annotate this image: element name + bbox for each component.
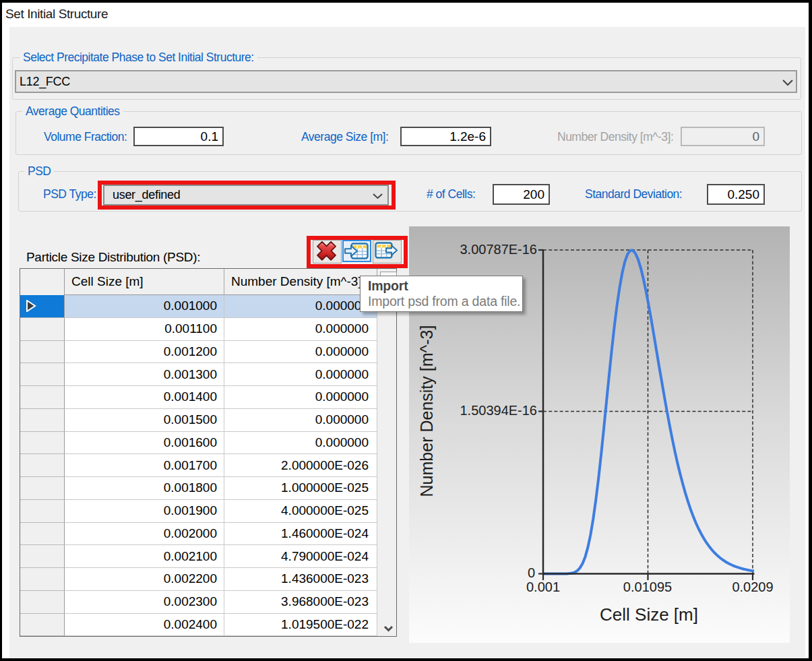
svg-text:0.0209: 0.0209 xyxy=(732,579,773,594)
svg-text:0.01095: 0.01095 xyxy=(623,579,672,594)
svg-text:3.00787E-16: 3.00787E-16 xyxy=(460,242,537,257)
svg-text:1.50394E-16: 1.50394E-16 xyxy=(460,403,537,418)
svg-text:Number Density [m^-3]: Number Density [m^-3] xyxy=(417,325,436,497)
svg-text:Cell Size [m]: Cell Size [m] xyxy=(600,604,698,625)
svg-text:0: 0 xyxy=(528,565,535,580)
svg-text:0.001: 0.001 xyxy=(526,579,560,594)
